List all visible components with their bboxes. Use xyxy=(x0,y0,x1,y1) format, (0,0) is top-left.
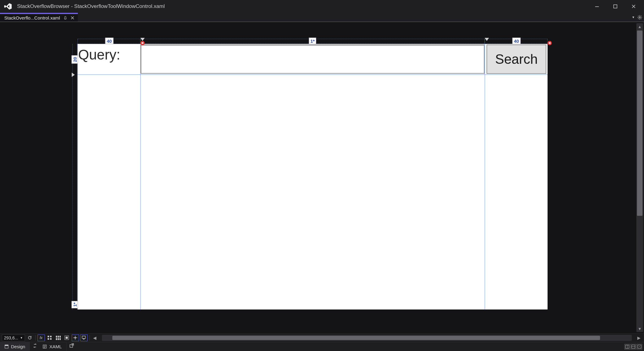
svg-point-2 xyxy=(639,16,640,18)
svg-rect-16 xyxy=(58,336,59,338)
row-size-badge[interactable]: 20 xyxy=(72,56,78,64)
design-pane-label: Design xyxy=(11,344,25,349)
zoom-level-value: 293,6... xyxy=(4,335,18,340)
grid-column-line xyxy=(140,44,141,309)
close-icon[interactable] xyxy=(71,16,75,20)
svg-line-8 xyxy=(641,18,642,19)
column-locked-icon[interactable] xyxy=(485,38,489,41)
svg-rect-1 xyxy=(614,5,617,8)
snap-to-grid-button[interactable] xyxy=(63,335,71,341)
svg-rect-24 xyxy=(82,336,85,338)
grid-4x-icon[interactable] xyxy=(46,335,53,341)
scrollbar-thumb[interactable] xyxy=(637,31,642,216)
column-size-badge[interactable]: 40 xyxy=(512,38,521,44)
collapse-pane-button[interactable] xyxy=(637,344,642,349)
xaml-canvas[interactable]: Query: Search xyxy=(78,44,548,309)
svg-rect-0 xyxy=(595,6,599,7)
grid-column-line xyxy=(485,44,485,309)
snap-to-snaplines-button[interactable] xyxy=(72,335,79,341)
svg-line-10 xyxy=(641,16,642,16)
scroll-up-icon[interactable]: ▲ xyxy=(636,23,643,30)
row-size-badge[interactable]: 1* xyxy=(72,301,78,308)
split-vertical-button[interactable] xyxy=(624,344,630,349)
window-maximize-button[interactable] xyxy=(606,0,624,13)
svg-rect-12 xyxy=(50,336,52,337)
svg-rect-14 xyxy=(50,338,52,340)
svg-rect-11 xyxy=(48,336,49,337)
split-horizontal-button[interactable] xyxy=(631,344,636,349)
document-tab-strip: StackOverflo...Control.xaml ▼ xyxy=(0,13,644,22)
scroll-left-icon[interactable]: ◀ xyxy=(92,335,98,341)
svg-line-9 xyxy=(638,18,639,19)
scroll-right-icon[interactable]: ▶ xyxy=(635,335,642,341)
svg-rect-18 xyxy=(56,338,57,340)
document-tab[interactable]: StackOverflo...Control.xaml xyxy=(0,13,78,22)
grid-row-line xyxy=(78,74,548,75)
pin-icon[interactable] xyxy=(63,16,67,20)
active-files-dropdown-icon[interactable]: ▼ xyxy=(632,16,635,19)
svg-rect-15 xyxy=(56,336,57,338)
grid-splitter-delete-icon[interactable] xyxy=(140,41,145,45)
designer-toolbar: 293,6... ▼ fx ◀ ▶ xyxy=(0,333,644,342)
pane-switcher-bar: Design XAML xyxy=(0,342,644,351)
svg-rect-34 xyxy=(638,345,641,348)
query-label: Query: xyxy=(78,46,120,63)
vertical-scrollbar[interactable]: ▲ ▼ xyxy=(636,23,643,332)
svg-rect-25 xyxy=(83,339,85,339)
window-titlebar: StackOverflowBrowser - StackOverflowTool… xyxy=(0,0,644,13)
xaml-pane-icon xyxy=(43,345,47,349)
gear-icon[interactable] xyxy=(637,15,642,20)
svg-rect-19 xyxy=(58,338,59,340)
window-minimize-button[interactable] xyxy=(588,0,606,13)
row-locked-icon[interactable] xyxy=(72,73,75,77)
search-button[interactable]: Search xyxy=(487,45,546,74)
pane-layout-buttons xyxy=(624,342,644,351)
column-size-badge[interactable]: 1* xyxy=(309,38,316,44)
design-pane-tab[interactable]: Design xyxy=(0,342,30,351)
svg-rect-17 xyxy=(60,336,61,338)
swap-panes-button[interactable] xyxy=(32,342,38,349)
scrollbar-thumb[interactable] xyxy=(112,336,600,340)
xaml-pane-tab[interactable]: XAML xyxy=(38,342,67,351)
svg-rect-13 xyxy=(48,338,49,340)
grid-splitter-delete-icon[interactable] xyxy=(548,41,552,45)
svg-rect-20 xyxy=(60,338,61,340)
horizontal-scrollbar[interactable] xyxy=(102,335,632,341)
chevron-down-icon: ▼ xyxy=(20,336,23,339)
zoom-level-combo[interactable]: 293,6... ▼ xyxy=(2,335,25,341)
window-title: StackOverflowBrowser - StackOverflowTool… xyxy=(17,3,165,9)
editor-area: 40 1* 40 20 1* Query: Search ▲ ▼ xyxy=(0,22,644,333)
refresh-button[interactable] xyxy=(26,335,34,341)
column-locked-icon[interactable] xyxy=(140,38,145,41)
effects-fx-button[interactable]: fx xyxy=(38,335,45,341)
row-ruler[interactable] xyxy=(72,44,77,309)
window-close-button[interactable] xyxy=(624,0,643,13)
grid-6x-icon[interactable] xyxy=(55,335,62,341)
column-size-badge[interactable]: 40 xyxy=(105,38,114,44)
svg-rect-22 xyxy=(66,337,68,339)
document-tab-label: StackOverflo...Control.xaml xyxy=(4,15,60,20)
xaml-pane-label: XAML xyxy=(49,344,62,349)
design-pane-icon xyxy=(4,345,9,349)
design-surface[interactable]: 40 1* 40 20 1* Query: Search ▲ ▼ xyxy=(0,22,644,333)
query-textbox[interactable] xyxy=(140,45,485,74)
device-preview-button[interactable] xyxy=(80,335,88,341)
scroll-down-icon[interactable]: ▼ xyxy=(636,325,643,332)
popup-pane-button[interactable] xyxy=(68,342,75,349)
svg-line-7 xyxy=(638,16,639,16)
visual-studio-logo-icon xyxy=(3,2,13,11)
svg-rect-27 xyxy=(5,345,8,346)
